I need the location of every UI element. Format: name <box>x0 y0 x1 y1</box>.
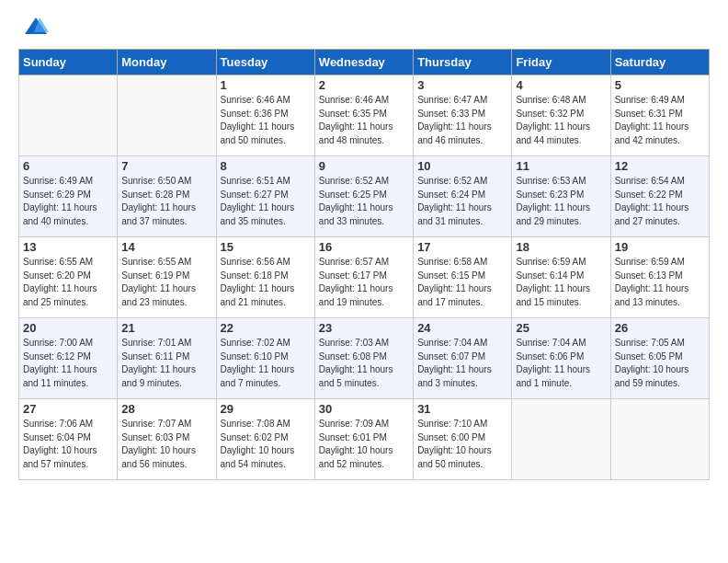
day-number: 24 <box>417 321 507 335</box>
day-info: Sunrise: 6:47 AM Sunset: 6:33 PM Dayligh… <box>417 94 507 147</box>
day-info: Sunrise: 6:51 AM Sunset: 6:27 PM Dayligh… <box>221 175 311 228</box>
calendar-cell: 30Sunrise: 7:09 AM Sunset: 6:01 PM Dayli… <box>314 399 413 480</box>
logo <box>18 14 49 40</box>
day-number: 19 <box>615 240 705 254</box>
calendar-cell: 27Sunrise: 7:06 AM Sunset: 6:04 PM Dayli… <box>19 399 118 480</box>
day-info: Sunrise: 6:55 AM Sunset: 6:20 PM Dayligh… <box>23 256 113 309</box>
calendar-cell: 7Sunrise: 6:50 AM Sunset: 6:28 PM Daylig… <box>118 156 216 237</box>
day-number: 4 <box>516 78 606 92</box>
column-header-monday: Monday <box>118 50 216 75</box>
day-info: Sunrise: 7:02 AM Sunset: 6:10 PM Dayligh… <box>221 337 311 390</box>
day-number: 27 <box>23 402 113 416</box>
day-info: Sunrise: 7:07 AM Sunset: 6:03 PM Dayligh… <box>121 418 211 471</box>
calendar-cell: 16Sunrise: 6:57 AM Sunset: 6:17 PM Dayli… <box>314 237 413 318</box>
day-info: Sunrise: 6:57 AM Sunset: 6:17 PM Dayligh… <box>319 256 409 309</box>
calendar-cell: 25Sunrise: 7:04 AM Sunset: 6:06 PM Dayli… <box>512 318 610 399</box>
day-info: Sunrise: 7:06 AM Sunset: 6:04 PM Dayligh… <box>23 418 113 471</box>
calendar-cell: 9Sunrise: 6:52 AM Sunset: 6:25 PM Daylig… <box>314 156 413 237</box>
day-number: 10 <box>417 159 507 173</box>
day-info: Sunrise: 6:59 AM Sunset: 6:14 PM Dayligh… <box>516 256 606 309</box>
day-info: Sunrise: 7:09 AM Sunset: 6:01 PM Dayligh… <box>319 418 409 471</box>
calendar-week-row: 13Sunrise: 6:55 AM Sunset: 6:20 PM Dayli… <box>19 237 710 318</box>
day-number: 9 <box>319 159 409 173</box>
day-number: 17 <box>417 240 507 254</box>
day-number: 16 <box>319 240 409 254</box>
day-number: 1 <box>221 78 311 92</box>
column-header-tuesday: Tuesday <box>216 50 314 75</box>
day-number: 21 <box>121 321 211 335</box>
day-number: 28 <box>121 402 211 416</box>
calendar-cell: 26Sunrise: 7:05 AM Sunset: 6:05 PM Dayli… <box>610 318 709 399</box>
day-number: 15 <box>221 240 311 254</box>
day-number: 12 <box>615 159 705 173</box>
day-info: Sunrise: 6:55 AM Sunset: 6:19 PM Dayligh… <box>121 256 211 309</box>
calendar-cell <box>118 75 216 156</box>
day-number: 6 <box>23 159 113 173</box>
calendar-cell: 29Sunrise: 7:08 AM Sunset: 6:02 PM Dayli… <box>216 399 314 480</box>
calendar-cell: 10Sunrise: 6:52 AM Sunset: 6:24 PM Dayli… <box>414 156 512 237</box>
day-number: 25 <box>516 321 606 335</box>
day-info: Sunrise: 6:49 AM Sunset: 6:29 PM Dayligh… <box>23 175 113 228</box>
calendar-cell: 24Sunrise: 7:04 AM Sunset: 6:07 PM Dayli… <box>414 318 512 399</box>
day-number: 31 <box>417 402 507 416</box>
day-info: Sunrise: 7:05 AM Sunset: 6:05 PM Dayligh… <box>615 337 705 390</box>
calendar-cell: 20Sunrise: 7:00 AM Sunset: 6:12 PM Dayli… <box>19 318 118 399</box>
calendar-cell: 23Sunrise: 7:03 AM Sunset: 6:08 PM Dayli… <box>314 318 413 399</box>
day-number: 23 <box>319 321 409 335</box>
day-number: 13 <box>23 240 113 254</box>
day-number: 3 <box>417 78 507 92</box>
column-header-thursday: Thursday <box>414 50 512 75</box>
day-number: 7 <box>121 159 211 173</box>
calendar-cell: 12Sunrise: 6:54 AM Sunset: 6:22 PM Dayli… <box>610 156 709 237</box>
calendar-cell: 19Sunrise: 6:59 AM Sunset: 6:13 PM Dayli… <box>610 237 709 318</box>
column-header-sunday: Sunday <box>19 50 118 75</box>
day-number: 26 <box>615 321 705 335</box>
day-info: Sunrise: 6:46 AM Sunset: 6:36 PM Dayligh… <box>221 94 311 147</box>
column-header-wednesday: Wednesday <box>314 50 413 75</box>
header <box>18 14 710 40</box>
calendar-cell: 5Sunrise: 6:49 AM Sunset: 6:31 PM Daylig… <box>610 75 709 156</box>
calendar-week-row: 6Sunrise: 6:49 AM Sunset: 6:29 PM Daylig… <box>19 156 710 237</box>
day-info: Sunrise: 7:10 AM Sunset: 6:00 PM Dayligh… <box>417 418 507 471</box>
calendar-cell: 11Sunrise: 6:53 AM Sunset: 6:23 PM Dayli… <box>512 156 610 237</box>
calendar-cell: 4Sunrise: 6:48 AM Sunset: 6:32 PM Daylig… <box>512 75 610 156</box>
calendar-cell: 15Sunrise: 6:56 AM Sunset: 6:18 PM Dayli… <box>216 237 314 318</box>
calendar-cell: 21Sunrise: 7:01 AM Sunset: 6:11 PM Dayli… <box>118 318 216 399</box>
day-number: 2 <box>319 78 409 92</box>
day-info: Sunrise: 7:04 AM Sunset: 6:06 PM Dayligh… <box>516 337 606 390</box>
calendar-cell: 14Sunrise: 6:55 AM Sunset: 6:19 PM Dayli… <box>118 237 216 318</box>
calendar-cell: 22Sunrise: 7:02 AM Sunset: 6:10 PM Dayli… <box>216 318 314 399</box>
day-number: 20 <box>23 321 113 335</box>
day-info: Sunrise: 7:00 AM Sunset: 6:12 PM Dayligh… <box>23 337 113 390</box>
calendar-cell <box>610 399 709 480</box>
day-info: Sunrise: 6:56 AM Sunset: 6:18 PM Dayligh… <box>221 256 311 309</box>
day-info: Sunrise: 7:01 AM Sunset: 6:11 PM Dayligh… <box>121 337 211 390</box>
logo-icon <box>23 14 49 40</box>
day-info: Sunrise: 6:59 AM Sunset: 6:13 PM Dayligh… <box>615 256 705 309</box>
column-header-friday: Friday <box>512 50 610 75</box>
day-info: Sunrise: 6:50 AM Sunset: 6:28 PM Dayligh… <box>121 175 211 228</box>
day-info: Sunrise: 6:58 AM Sunset: 6:15 PM Dayligh… <box>417 256 507 309</box>
calendar-week-row: 1Sunrise: 6:46 AM Sunset: 6:36 PM Daylig… <box>19 75 710 156</box>
calendar-week-row: 20Sunrise: 7:00 AM Sunset: 6:12 PM Dayli… <box>19 318 710 399</box>
day-number: 22 <box>221 321 311 335</box>
day-info: Sunrise: 6:52 AM Sunset: 6:25 PM Dayligh… <box>319 175 409 228</box>
day-number: 29 <box>221 402 311 416</box>
day-info: Sunrise: 7:04 AM Sunset: 6:07 PM Dayligh… <box>417 337 507 390</box>
day-info: Sunrise: 6:48 AM Sunset: 6:32 PM Dayligh… <box>516 94 606 147</box>
calendar-header-row: SundayMondayTuesdayWednesdayThursdayFrid… <box>19 50 710 75</box>
day-info: Sunrise: 6:53 AM Sunset: 6:23 PM Dayligh… <box>516 175 606 228</box>
calendar-cell: 6Sunrise: 6:49 AM Sunset: 6:29 PM Daylig… <box>19 156 118 237</box>
day-info: Sunrise: 6:49 AM Sunset: 6:31 PM Dayligh… <box>615 94 705 147</box>
day-info: Sunrise: 6:46 AM Sunset: 6:35 PM Dayligh… <box>319 94 409 147</box>
calendar-cell: 13Sunrise: 6:55 AM Sunset: 6:20 PM Dayli… <box>19 237 118 318</box>
calendar-cell: 31Sunrise: 7:10 AM Sunset: 6:00 PM Dayli… <box>414 399 512 480</box>
column-header-saturday: Saturday <box>610 50 709 75</box>
day-number: 11 <box>516 159 606 173</box>
day-number: 5 <box>615 78 705 92</box>
calendar-week-row: 27Sunrise: 7:06 AM Sunset: 6:04 PM Dayli… <box>19 399 710 480</box>
calendar-cell: 3Sunrise: 6:47 AM Sunset: 6:33 PM Daylig… <box>414 75 512 156</box>
calendar-cell: 1Sunrise: 6:46 AM Sunset: 6:36 PM Daylig… <box>216 75 314 156</box>
calendar-cell <box>512 399 610 480</box>
day-number: 8 <box>221 159 311 173</box>
